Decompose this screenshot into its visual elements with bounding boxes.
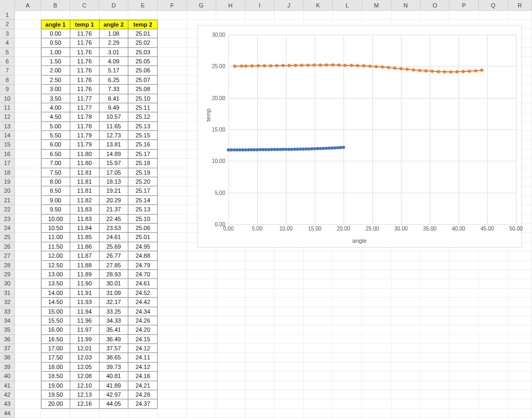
col-header-n[interactable]: N xyxy=(391,0,421,11)
cell-E38[interactable]: 24.11 xyxy=(128,353,158,362)
cell-R44[interactable] xyxy=(508,409,532,418)
row-header-36[interactable]: 36 xyxy=(0,335,14,344)
cell-C17[interactable]: 11.80 xyxy=(70,159,100,168)
cell-D31[interactable]: 31.09 xyxy=(100,289,129,298)
cell-A7[interactable] xyxy=(15,66,41,75)
cell-I36[interactable] xyxy=(245,335,275,344)
cell-K34[interactable] xyxy=(304,316,333,325)
cell-F15[interactable] xyxy=(158,140,187,149)
cell-Q38[interactable] xyxy=(479,353,508,362)
cell-R38[interactable] xyxy=(508,353,532,362)
cell-O35[interactable] xyxy=(421,325,450,334)
cell-F20[interactable] xyxy=(158,186,187,195)
cell-D25[interactable]: 24.61 xyxy=(100,233,129,242)
cell-D39[interactable]: 39.73 xyxy=(100,363,129,372)
cell-R30[interactable] xyxy=(508,279,532,288)
cell-D26[interactable]: 25.69 xyxy=(100,242,129,251)
cell-A39[interactable] xyxy=(15,363,41,372)
cell-N38[interactable] xyxy=(391,353,421,362)
cell-N31[interactable] xyxy=(391,289,421,298)
cell-I28[interactable] xyxy=(245,261,275,270)
cell-E11[interactable]: 25.11 xyxy=(128,103,158,112)
cell-E8[interactable]: 25.07 xyxy=(128,76,158,85)
row-header-28[interactable]: 28 xyxy=(0,261,14,270)
cell-I42[interactable] xyxy=(245,390,275,399)
cell-J38[interactable] xyxy=(274,353,304,362)
cell-E32[interactable]: 24.42 xyxy=(128,298,158,307)
cell-G40[interactable] xyxy=(187,372,216,381)
cell-C36[interactable]: 11.99 xyxy=(70,335,100,344)
col-header-r[interactable]: R xyxy=(508,0,532,11)
cell-C21[interactable]: 11.82 xyxy=(70,196,100,205)
cell-D36[interactable]: 36.49 xyxy=(100,335,129,344)
cell-G42[interactable] xyxy=(187,390,216,399)
cell-B2[interactable]: angle 1 xyxy=(41,20,70,29)
row-header-19[interactable]: 19 xyxy=(0,177,14,186)
cell-C39[interactable]: 12.05 xyxy=(70,363,100,372)
cell-N29[interactable] xyxy=(391,270,421,279)
cell-A37[interactable] xyxy=(15,344,41,353)
cell-H36[interactable] xyxy=(216,335,245,344)
cell-J41[interactable] xyxy=(274,381,304,390)
cell-A31[interactable] xyxy=(15,289,41,298)
cell-O37[interactable] xyxy=(421,344,450,353)
cell-I32[interactable] xyxy=(245,298,275,307)
cell-D13[interactable]: 11.65 xyxy=(100,122,129,131)
cell-L29[interactable] xyxy=(333,270,362,279)
cell-O44[interactable] xyxy=(421,409,450,418)
row-header-20[interactable]: 20 xyxy=(0,186,14,195)
cell-L42[interactable] xyxy=(333,390,362,399)
cell-B11[interactable]: 4.00 xyxy=(41,103,70,112)
cell-D2[interactable]: angle 2 xyxy=(100,20,129,29)
row-header-6[interactable]: 6 xyxy=(0,57,14,66)
col-header-c[interactable]: C xyxy=(70,0,100,11)
cell-G36[interactable] xyxy=(187,335,216,344)
cell-R28[interactable] xyxy=(508,261,532,270)
cell-E37[interactable]: 24.12 xyxy=(128,344,158,353)
cell-R1[interactable] xyxy=(508,11,532,20)
cell-H43[interactable] xyxy=(216,399,245,408)
cell-M39[interactable] xyxy=(362,363,391,372)
cell-F42[interactable] xyxy=(158,390,187,399)
cell-G33[interactable] xyxy=(187,307,216,316)
cell-B24[interactable]: 10.50 xyxy=(41,224,70,233)
cell-B5[interactable]: 1.00 xyxy=(41,48,70,57)
row-header-8[interactable]: 8 xyxy=(0,76,14,85)
cell-C3[interactable]: 11.76 xyxy=(70,29,100,38)
cell-G31[interactable] xyxy=(187,289,216,298)
cell-B28[interactable]: 12.50 xyxy=(41,261,70,270)
cell-A19[interactable] xyxy=(15,177,41,186)
cell-B43[interactable]: 20.00 xyxy=(41,399,70,408)
cell-R40[interactable] xyxy=(508,372,532,381)
cell-M32[interactable] xyxy=(362,298,391,307)
cell-N1[interactable] xyxy=(391,11,421,20)
cell-F1[interactable] xyxy=(158,11,187,20)
cell-C25[interactable]: 11.85 xyxy=(70,233,100,242)
cell-N36[interactable] xyxy=(391,335,421,344)
cell-K27[interactable] xyxy=(304,251,333,260)
cell-K36[interactable] xyxy=(304,335,333,344)
cell-I27[interactable] xyxy=(245,251,275,260)
cell-F4[interactable] xyxy=(158,38,187,47)
row-header-2[interactable]: 2 xyxy=(0,20,14,29)
cell-G43[interactable] xyxy=(187,399,216,408)
cell-H27[interactable] xyxy=(216,251,245,260)
cell-F38[interactable] xyxy=(158,353,187,362)
cell-F7[interactable] xyxy=(158,66,187,75)
cell-B31[interactable]: 14.00 xyxy=(41,289,70,298)
cell-A10[interactable] xyxy=(15,94,41,103)
cell-J39[interactable] xyxy=(274,363,304,372)
row-header-30[interactable]: 30 xyxy=(0,279,14,288)
cell-O30[interactable] xyxy=(421,279,450,288)
cell-C20[interactable]: 11.81 xyxy=(70,186,100,195)
cell-D10[interactable]: 8.41 xyxy=(100,94,129,103)
cell-F28[interactable] xyxy=(158,261,187,270)
cell-C7[interactable]: 11.76 xyxy=(70,66,100,75)
cell-B19[interactable]: 8.00 xyxy=(41,177,70,186)
cell-B39[interactable]: 18.00 xyxy=(41,363,70,372)
cell-A23[interactable] xyxy=(15,215,41,224)
cell-K31[interactable] xyxy=(304,289,333,298)
cell-G1[interactable] xyxy=(187,11,216,20)
row-header-4[interactable]: 4 xyxy=(0,38,14,47)
cell-M30[interactable] xyxy=(362,279,391,288)
